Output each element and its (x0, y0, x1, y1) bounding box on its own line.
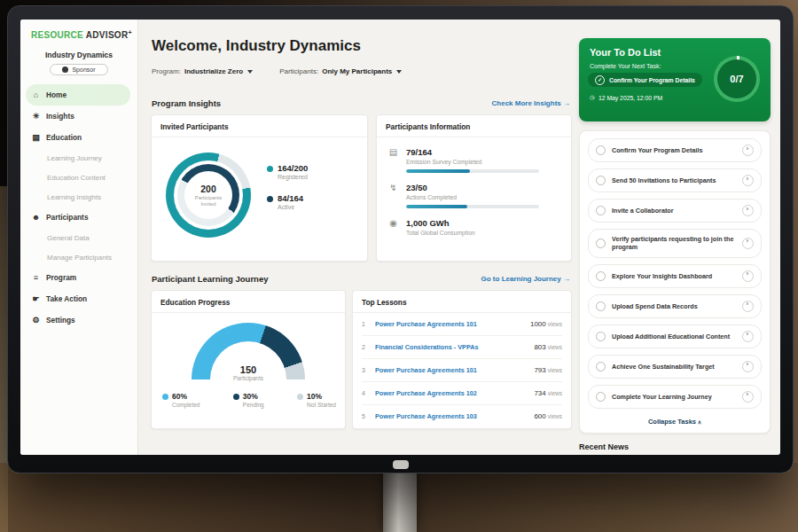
todo-subtitle: Complete Your Next Task: (590, 63, 661, 69)
todo-task-list-card: Confirm Your Program Details Send 50 Inv… (579, 130, 771, 434)
info-row: ◉ 1,000 GWh Total Global Consumption (387, 218, 560, 240)
settings-icon: ⚙ (31, 316, 41, 325)
sidebar-item[interactable]: ⚙ Settings (26, 309, 130, 331)
program-select[interactable]: Program: Industrialize Zero (152, 67, 253, 75)
sidebar-item[interactable]: ⌂ Home (26, 84, 130, 106)
participants-icon: ☻ (31, 213, 41, 222)
sidebar-item[interactable]: ☀ Insights (26, 106, 130, 127)
participants-information-card: Participants Information ▤ 79/164 Emissi… (376, 114, 572, 262)
program-icon: ≡ (31, 273, 41, 282)
legend-dot (162, 394, 168, 400)
info-rows: ▤ 79/164 Emission Survey Completed ↯ (377, 137, 571, 240)
lesson-link[interactable]: Power Purchase Agreements 102 (375, 389, 528, 397)
sidebar-item[interactable]: ☛ Take Action (26, 288, 130, 309)
dashboard-screen: RESOURCE ADVISOR+ Industry Dynamics Spon… (20, 20, 780, 455)
chevron-right-icon (742, 145, 754, 156)
sidebar-item-label: Insights (46, 112, 74, 121)
todo-task[interactable]: Achieve One Sustainability Target (588, 355, 762, 379)
todo-task[interactable]: Complete Your Learning Journey (588, 385, 762, 409)
todo-task[interactable]: Send 50 Invitations to Participants (588, 168, 762, 192)
lesson-row: 5 Power Purchase Agreements 103 600views (362, 405, 562, 427)
learning-journey-header: Participant Learning Journey Go to Learn… (152, 274, 570, 284)
org-name: Industry Dynamics (20, 51, 137, 59)
next-task-label: Confirm Your Program Details (609, 77, 695, 83)
program-insights-header: Program Insights Check More Insights (152, 98, 570, 108)
program-label: Program: (152, 67, 181, 75)
todo-task[interactable]: Upload Spend Data Records (588, 294, 762, 318)
lesson-link[interactable]: Financial Considerations - VPPAs (375, 343, 528, 351)
checkbox-icon[interactable] (596, 301, 606, 311)
info-row: ▤ 79/164 Emission Survey Completed (387, 147, 560, 173)
todo-progress-ring: 0/7 (714, 56, 760, 102)
gauge-center: 150 Participants (192, 364, 305, 381)
checkbox-icon[interactable] (596, 332, 606, 341)
checkbox-icon[interactable] (596, 362, 606, 372)
sidebar-item[interactable]: General Data (26, 228, 130, 247)
sidebar-item-label: Education (46, 133, 82, 142)
check-more-insights-link[interactable]: Check More Insights (492, 99, 570, 107)
lesson-link[interactable]: Power Purchase Agreements 103 (375, 412, 528, 420)
education-progress-gauge-chart: 150 Participants (192, 323, 305, 379)
background-photo: RESOURCE ADVISOR+ Industry Dynamics Spon… (0, 0, 798, 532)
progress-bar (406, 169, 539, 173)
sidebar-item[interactable]: ≡ Program (26, 267, 130, 288)
sidebar-item-label: Settings (46, 316, 75, 325)
legend-item: 60% Completed (162, 392, 200, 408)
todo-task[interactable]: Upload Additional Educational Content (588, 325, 762, 348)
invited-participants-card: Invited Participants 200 Participants In… (151, 114, 368, 262)
sidebar-item[interactable]: Learning Insights (26, 187, 130, 207)
info-row: ↯ 23/50 Actions Completed (387, 183, 560, 208)
participants-select[interactable]: Participants: Only My Participants (279, 67, 402, 75)
sidebar-item-label: Take Action (46, 294, 87, 303)
monitor-bezel: RESOURCE ADVISOR+ Industry Dynamics Spon… (7, 5, 794, 473)
sidebar-item[interactable]: ▤ Education (26, 127, 130, 148)
sidebar-item[interactable]: Learning Journey (26, 148, 130, 168)
lesson-row: 2 Financial Considerations - VPPAs 803vi… (362, 336, 562, 359)
checkbox-icon[interactable] (596, 206, 606, 215)
todo-task[interactable]: Explore Your Insights Dashboard (588, 264, 762, 288)
sidebar-item-label: Learning Insights (47, 193, 101, 201)
donut-center: 200 Participants Invited (184, 171, 232, 219)
sidebar-item[interactable]: Manage Participants (26, 247, 130, 267)
chevron-right-icon (742, 331, 754, 342)
checkbox-icon[interactable] (596, 392, 606, 402)
todo-task[interactable]: Invite a Collaborator (588, 199, 762, 223)
top-lessons-card: Top Lessons 1 Power Purchase Agreements … (352, 290, 572, 429)
info-card-title: Participants Information (377, 115, 571, 137)
chevron-right-icon (742, 270, 754, 282)
todo-task[interactable]: Confirm Your Program Details (588, 138, 762, 162)
page-title: Welcome, Industry Dynamics (152, 37, 361, 55)
legend-item: 84/164 Active (267, 193, 308, 210)
checkbox-icon[interactable] (596, 176, 606, 185)
program-value: Industrialize Zero (184, 67, 243, 75)
energy-icon: ◉ (387, 218, 399, 240)
brand-plus: + (128, 29, 131, 35)
todo-title: Your To Do List (590, 47, 661, 58)
checkbox-icon[interactable] (596, 145, 606, 155)
lesson-link[interactable]: Power Purchase Agreements 101 (375, 320, 524, 328)
sidebar-item[interactable]: ☻ Participants (26, 207, 130, 228)
go-to-learning-journey-link[interactable]: Go to Learning Journey (481, 275, 570, 283)
next-task-due: ◷ 12 May 2025, 12:00 PM (590, 94, 662, 101)
sidebar-item-label: General Data (47, 234, 90, 242)
clock-icon: ◷ (590, 94, 595, 101)
checkbox-icon[interactable] (596, 271, 606, 281)
checkbox-icon[interactable] (596, 239, 606, 248)
brand-logo: RESOURCE ADVISOR+ (20, 20, 137, 40)
sidebar-item-label: Home (46, 90, 66, 99)
invited-total-label: Participants Invited (191, 195, 226, 207)
sponsor-icon (62, 66, 68, 73)
filters-bar: Program: Industrialize Zero Participants… (152, 67, 402, 75)
sidebar-item[interactable]: Education Content (26, 168, 130, 187)
lesson-link[interactable]: Power Purchase Agreements 101 (375, 366, 528, 374)
legend-dot (267, 196, 273, 202)
chevron-right-icon (742, 391, 754, 403)
progress-legend: 60% Completed 30% Pending (162, 392, 336, 408)
gauge-total: 150 (192, 364, 305, 375)
collapse-tasks-button[interactable]: Collapse Tasks (588, 415, 762, 427)
chevron-right-icon (742, 175, 754, 186)
next-task-pill[interactable]: ✓ Confirm Your Program Details (588, 73, 702, 87)
todo-task[interactable]: Verify participants requesting to join t… (588, 229, 762, 258)
sidebar-item-label: Education Content (47, 174, 106, 182)
invited-participants-donut-chart: 200 Participants Invited (166, 153, 251, 238)
